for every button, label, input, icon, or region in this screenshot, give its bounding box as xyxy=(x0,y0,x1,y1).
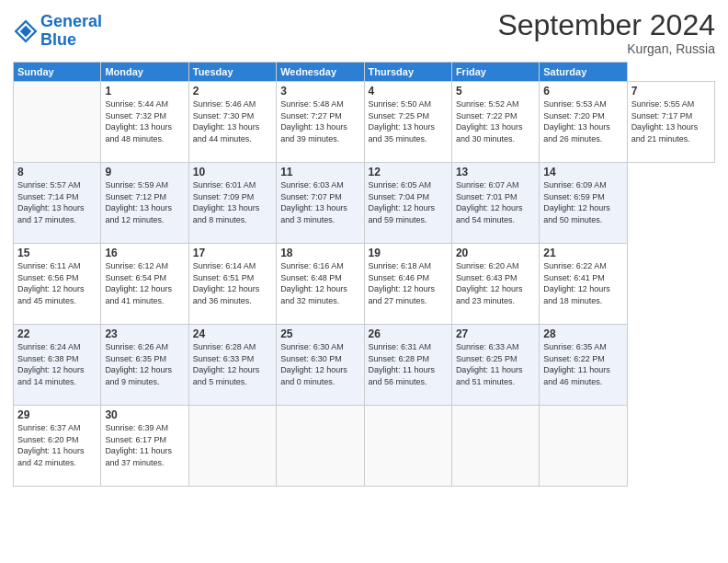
calendar-cell xyxy=(451,406,539,487)
col-saturday: Saturday xyxy=(540,63,627,82)
day-number: 20 xyxy=(456,247,535,259)
calendar-cell xyxy=(188,406,276,487)
day-number: 19 xyxy=(369,247,448,259)
day-number: 3 xyxy=(280,85,359,98)
day-number: 18 xyxy=(280,247,359,259)
day-number: 27 xyxy=(456,327,535,340)
day-number: 15 xyxy=(17,247,97,259)
day-info: Sunrise: 6:20 AMSunset: 6:43 PMDaylight:… xyxy=(456,260,535,306)
day-info: Sunrise: 6:22 AMSunset: 6:41 PMDaylight:… xyxy=(543,260,622,306)
day-info: Sunrise: 6:03 AMSunset: 7:07 PMDaylight:… xyxy=(280,179,359,225)
calendar-cell: 7Sunrise: 5:55 AMSunset: 7:17 PMDaylight… xyxy=(627,82,714,163)
table-row: 29Sunrise: 6:37 AMSunset: 6:20 PMDayligh… xyxy=(14,406,715,487)
day-info: Sunrise: 5:55 AMSunset: 7:17 PMDaylight:… xyxy=(631,98,711,144)
day-info: Sunrise: 6:07 AMSunset: 7:01 PMDaylight:… xyxy=(456,179,535,225)
calendar-cell: 10Sunrise: 6:01 AMSunset: 7:09 PMDayligh… xyxy=(188,163,276,244)
day-number: 17 xyxy=(193,247,272,259)
day-number: 5 xyxy=(456,85,535,98)
col-tuesday: Tuesday xyxy=(188,63,276,82)
col-wednesday: Wednesday xyxy=(277,63,364,82)
day-info: Sunrise: 6:11 AMSunset: 6:56 PMDaylight:… xyxy=(17,260,97,306)
day-info: Sunrise: 5:50 AMSunset: 7:25 PMDaylight:… xyxy=(369,98,448,144)
logo-icon xyxy=(13,18,39,44)
calendar-cell xyxy=(540,406,627,487)
day-info: Sunrise: 6:24 AMSunset: 6:38 PMDaylight:… xyxy=(17,341,97,387)
day-info: Sunrise: 6:31 AMSunset: 6:28 PMDaylight:… xyxy=(369,341,448,387)
calendar-cell: 17Sunrise: 6:14 AMSunset: 6:51 PMDayligh… xyxy=(188,244,276,325)
calendar-cell xyxy=(277,406,364,487)
calendar-cell: 8Sunrise: 5:57 AMSunset: 7:14 PMDaylight… xyxy=(14,163,101,244)
calendar-cell: 9Sunrise: 5:59 AMSunset: 7:12 PMDaylight… xyxy=(101,163,188,244)
logo-line2: Blue xyxy=(40,30,76,49)
day-number: 25 xyxy=(280,327,359,340)
calendar-cell: 29Sunrise: 6:37 AMSunset: 6:20 PMDayligh… xyxy=(14,406,101,487)
calendar-cell: 19Sunrise: 6:18 AMSunset: 6:46 PMDayligh… xyxy=(364,244,451,325)
header: General Blue September 2024 Kurgan, Russ… xyxy=(13,9,715,56)
day-info: Sunrise: 6:01 AMSunset: 7:09 PMDaylight:… xyxy=(193,179,272,225)
day-info: Sunrise: 5:48 AMSunset: 7:27 PMDaylight:… xyxy=(280,98,359,144)
header-row: Sunday Monday Tuesday Wednesday Thursday… xyxy=(14,63,715,82)
day-number: 24 xyxy=(193,327,272,340)
day-info: Sunrise: 6:05 AMSunset: 7:04 PMDaylight:… xyxy=(369,179,448,225)
col-friday: Friday xyxy=(451,63,539,82)
calendar-cell: 22Sunrise: 6:24 AMSunset: 6:38 PMDayligh… xyxy=(14,325,101,406)
day-number: 30 xyxy=(105,408,184,421)
day-info: Sunrise: 6:18 AMSunset: 6:46 PMDaylight:… xyxy=(369,260,448,306)
month-title: September 2024 xyxy=(497,9,715,41)
calendar-cell: 24Sunrise: 6:28 AMSunset: 6:33 PMDayligh… xyxy=(188,325,276,406)
logo-text: General Blue xyxy=(40,13,102,50)
table-row: 22Sunrise: 6:24 AMSunset: 6:38 PMDayligh… xyxy=(14,325,715,406)
day-info: Sunrise: 6:35 AMSunset: 6:22 PMDaylight:… xyxy=(543,341,622,387)
day-number: 23 xyxy=(105,327,184,340)
calendar-cell: 3Sunrise: 5:48 AMSunset: 7:27 PMDaylight… xyxy=(277,82,364,163)
day-info: Sunrise: 5:44 AMSunset: 7:32 PMDaylight:… xyxy=(105,98,184,144)
day-number: 7 xyxy=(631,85,711,98)
calendar-cell xyxy=(364,406,451,487)
day-number: 13 xyxy=(456,166,535,178)
calendar-cell: 5Sunrise: 5:52 AMSunset: 7:22 PMDaylight… xyxy=(451,82,539,163)
title-area: September 2024 Kurgan, Russia xyxy=(497,9,715,56)
day-number: 22 xyxy=(17,327,97,340)
logo-line1: General xyxy=(40,12,102,30)
calendar-cell: 16Sunrise: 6:12 AMSunset: 6:54 PMDayligh… xyxy=(101,244,188,325)
table-row: 8Sunrise: 5:57 AMSunset: 7:14 PMDaylight… xyxy=(14,163,715,244)
table-row: 15Sunrise: 6:11 AMSunset: 6:56 PMDayligh… xyxy=(14,244,715,325)
day-info: Sunrise: 5:53 AMSunset: 7:20 PMDaylight:… xyxy=(543,98,622,144)
day-info: Sunrise: 5:46 AMSunset: 7:30 PMDaylight:… xyxy=(193,98,272,144)
day-number: 11 xyxy=(280,166,359,178)
col-thursday: Thursday xyxy=(364,63,451,82)
calendar-cell: 23Sunrise: 6:26 AMSunset: 6:35 PMDayligh… xyxy=(101,325,188,406)
calendar-cell: 21Sunrise: 6:22 AMSunset: 6:41 PMDayligh… xyxy=(540,244,627,325)
day-info: Sunrise: 6:33 AMSunset: 6:25 PMDaylight:… xyxy=(456,341,535,387)
day-info: Sunrise: 6:12 AMSunset: 6:54 PMDaylight:… xyxy=(105,260,184,306)
day-number: 16 xyxy=(105,247,184,259)
day-number: 4 xyxy=(369,85,448,98)
day-number: 2 xyxy=(193,85,272,98)
logo: General Blue xyxy=(13,13,102,50)
day-number: 28 xyxy=(543,327,622,340)
day-number: 9 xyxy=(105,166,184,178)
day-number: 29 xyxy=(17,408,97,421)
calendar-cell: 14Sunrise: 6:09 AMSunset: 6:59 PMDayligh… xyxy=(540,163,627,244)
calendar-cell: 6Sunrise: 5:53 AMSunset: 7:20 PMDaylight… xyxy=(540,82,627,163)
calendar-cell: 28Sunrise: 6:35 AMSunset: 6:22 PMDayligh… xyxy=(540,325,627,406)
day-info: Sunrise: 6:26 AMSunset: 6:35 PMDaylight:… xyxy=(105,341,184,387)
calendar-cell: 4Sunrise: 5:50 AMSunset: 7:25 PMDaylight… xyxy=(364,82,451,163)
day-number: 12 xyxy=(369,166,448,178)
day-info: Sunrise: 6:16 AMSunset: 6:48 PMDaylight:… xyxy=(280,260,359,306)
col-monday: Monday xyxy=(101,63,188,82)
calendar-cell xyxy=(14,82,101,163)
day-number: 8 xyxy=(17,166,97,178)
day-info: Sunrise: 5:59 AMSunset: 7:12 PMDaylight:… xyxy=(105,179,184,225)
day-info: Sunrise: 5:52 AMSunset: 7:22 PMDaylight:… xyxy=(456,98,535,144)
calendar-cell: 18Sunrise: 6:16 AMSunset: 6:48 PMDayligh… xyxy=(277,244,364,325)
calendar-table: Sunday Monday Tuesday Wednesday Thursday… xyxy=(13,62,715,487)
day-number: 14 xyxy=(543,166,622,178)
day-number: 1 xyxy=(105,85,184,98)
day-number: 6 xyxy=(543,85,622,98)
day-info: Sunrise: 6:09 AMSunset: 6:59 PMDaylight:… xyxy=(543,179,622,225)
calendar-cell: 20Sunrise: 6:20 AMSunset: 6:43 PMDayligh… xyxy=(451,244,539,325)
col-sunday: Sunday xyxy=(14,63,101,82)
calendar-cell: 25Sunrise: 6:30 AMSunset: 6:30 PMDayligh… xyxy=(277,325,364,406)
calendar-cell: 15Sunrise: 6:11 AMSunset: 6:56 PMDayligh… xyxy=(14,244,101,325)
